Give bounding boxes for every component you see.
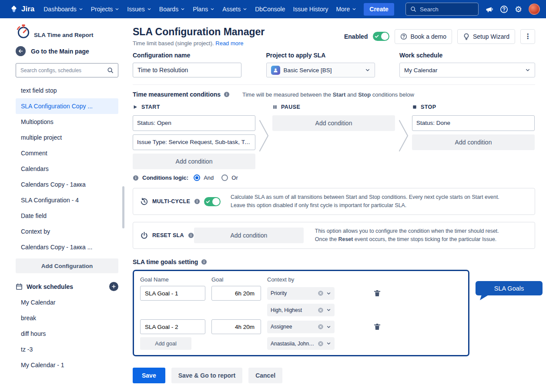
sla-goals-annotation: SLA Goals [476, 281, 543, 295]
delete-goal-button[interactable] [371, 289, 383, 297]
pause-add-condition-button[interactable]: Add condition [272, 115, 395, 131]
page-header: SLA Configuration Manager Time limit bas… [133, 26, 535, 47]
top-nav-right: ⚙ [405, 3, 540, 16]
info-icon[interactable] [133, 175, 139, 181]
nav-dashboards[interactable]: Dashboards [40, 3, 87, 16]
chevron-down-icon [147, 7, 151, 11]
config-item[interactable]: Context by [16, 224, 118, 239]
help-icon[interactable] [500, 5, 508, 13]
reset-add-condition-button[interactable]: Add condition [194, 228, 304, 243]
info-icon[interactable] [188, 232, 194, 238]
book-demo-button[interactable]: Book a demo [395, 29, 452, 44]
config-item[interactable]: text field stop [16, 83, 118, 98]
nav-issue-history[interactable]: Issue History [289, 3, 332, 16]
config-item[interactable]: Multioptions [16, 114, 118, 130]
save-button[interactable]: Save [133, 368, 165, 383]
check-icon [206, 199, 211, 204]
config-item[interactable]: SLA Configuration - 4 [16, 192, 118, 208]
jira-logo[interactable]: Jira [6, 5, 38, 13]
page-subtitle: Time limit based (single project). Read … [133, 40, 340, 47]
info-icon[interactable] [201, 259, 207, 265]
config-form-row: Configuration name Project to apply SLA … [133, 52, 535, 77]
delete-goal-button[interactable] [371, 323, 383, 331]
start-condition-chip[interactable]: Status: Open [133, 115, 255, 131]
clear-icon[interactable] [318, 290, 324, 296]
clear-icon[interactable] [318, 324, 324, 330]
nav-projects[interactable]: Projects [87, 3, 124, 16]
create-button[interactable]: Create [364, 3, 394, 16]
jira-logo-text: Jira [21, 5, 34, 13]
chevron-down-icon [210, 7, 214, 11]
add-schedule-button[interactable] [109, 282, 118, 291]
project-select[interactable]: Basic Service [BS] [266, 63, 375, 77]
nav-plans[interactable]: Plans [189, 3, 218, 16]
logic-or-radio[interactable] [221, 174, 228, 181]
nav-more[interactable]: More [332, 3, 360, 16]
context-values-select[interactable]: High, Highest [267, 304, 335, 316]
goal-name-input[interactable] [140, 286, 205, 301]
add-goal-button[interactable]: Add goal [140, 337, 191, 350]
enabled-toggle[interactable] [373, 32, 389, 41]
schedule-item[interactable]: tz -3 [16, 342, 118, 357]
lightbulb-icon [463, 33, 470, 40]
config-item-selected[interactable]: SLA Configuration Copy ... [16, 98, 118, 114]
nav-assets[interactable]: Assets [218, 3, 251, 16]
config-item[interactable]: Calendars Copy - 1акка ... [16, 239, 118, 255]
config-item[interactable]: Date field [16, 208, 118, 224]
nav-boards[interactable]: Boards [155, 3, 189, 16]
goal-value-input[interactable] [211, 319, 261, 334]
add-configuration-button[interactable]: Add Configuration [16, 258, 118, 273]
reset-sla-label: RESET SLA [152, 232, 184, 238]
work-schedule-select[interactable]: My Calendar [399, 63, 535, 77]
divider [133, 84, 535, 85]
schedule-item[interactable]: diff hours [16, 326, 118, 342]
multi-cycle-description: Calculate SLA as sum of all transitions … [231, 193, 499, 209]
cancel-button[interactable]: Cancel [248, 368, 282, 383]
toggle-knob [381, 33, 389, 40]
stop-add-condition-button[interactable]: Add condition [412, 134, 535, 150]
goal-value-input[interactable] [211, 286, 261, 301]
sla-goals-table: Goal Name Goal Context by Priority High,… [133, 270, 469, 356]
configuration-name-input[interactable] [133, 63, 241, 77]
read-more-link[interactable]: Read more [215, 40, 243, 47]
pause-icon [272, 104, 278, 110]
goal-header: Goal [211, 276, 261, 283]
info-icon[interactable] [224, 91, 230, 97]
back-to-main-link[interactable]: Go to the Main page [16, 46, 118, 56]
context-values-select[interactable]: Anastasiia, John Smit... [267, 337, 335, 350]
config-item[interactable]: Calendars Copy - 1акка [16, 177, 118, 192]
config-item[interactable]: Comment [16, 145, 118, 161]
multi-cycle-toggle[interactable] [204, 197, 221, 206]
play-icon [133, 104, 138, 110]
start-condition-chip[interactable]: Issue Type: Service Request, Sub-task, T… [133, 134, 255, 150]
nav-issues[interactable]: Issues [123, 3, 155, 16]
clear-icon[interactable] [318, 307, 324, 313]
user-avatar[interactable] [529, 3, 540, 15]
schedule-item[interactable]: My Calendar - 1 [16, 357, 118, 373]
config-item[interactable]: Calendars [16, 161, 118, 177]
sidebar-scrollbar[interactable] [122, 186, 124, 228]
chevron-down-icon [79, 7, 83, 11]
info-icon[interactable] [194, 198, 200, 204]
context-field-select[interactable]: Priority [267, 287, 335, 300]
setup-wizard-button[interactable]: Setup Wizard [457, 29, 515, 44]
global-search-input[interactable] [420, 6, 474, 13]
goal-name-input[interactable] [140, 319, 205, 334]
settings-gear-icon[interactable]: ⚙ [515, 5, 522, 13]
announcements-icon[interactable] [485, 5, 493, 13]
context-field-select[interactable]: Assignee [267, 321, 335, 333]
stop-condition-chip[interactable]: Status: Done [412, 115, 535, 131]
nav-dbconsole[interactable]: DbConsole [251, 3, 289, 16]
save-go-to-report-button[interactable]: Save & Go to report [171, 368, 242, 383]
start-add-condition-button[interactable]: Add condition [133, 154, 255, 169]
time-conditions-header: Time measurement conditions Time will be… [133, 91, 535, 98]
clear-icon[interactable] [318, 341, 324, 347]
sla-goals-section: Goal Name Goal Context by Priority High,… [133, 270, 535, 356]
schedule-item[interactable]: My Calendar [16, 295, 118, 310]
more-actions-menu-button[interactable]: ⋮ [520, 29, 535, 44]
conditions-logic-label: Conditions logic: [142, 174, 188, 181]
sidebar-search-input[interactable] [20, 67, 104, 74]
config-item[interactable]: multiple project [16, 130, 118, 145]
schedule-item[interactable]: break [16, 310, 118, 326]
logic-and-radio[interactable] [194, 174, 200, 181]
